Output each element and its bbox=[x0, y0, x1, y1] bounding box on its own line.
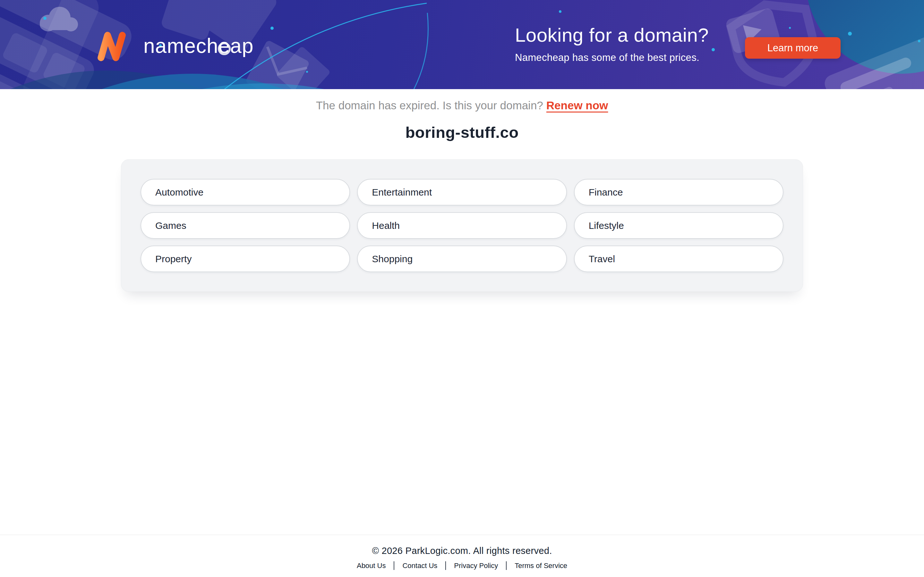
category-card: Automotive Entertainment Finance Games H… bbox=[121, 159, 803, 292]
category-pill-travel[interactable]: Travel bbox=[574, 245, 783, 272]
banner-headline: Looking for a domain? bbox=[515, 26, 709, 45]
expired-notice-text: The domain has expired. Is this your dom… bbox=[316, 99, 543, 111]
expired-notice: The domain has expired. Is this your dom… bbox=[0, 99, 924, 112]
footer-links: About Us Contact Us Privacy Policy Terms… bbox=[0, 561, 924, 570]
namecheap-n-icon bbox=[89, 31, 134, 62]
main-content: The domain has expired. Is this your dom… bbox=[0, 89, 924, 535]
category-pill-shopping[interactable]: Shopping bbox=[357, 245, 567, 272]
banner-subheadline: Namecheap has some of the best prices. bbox=[515, 52, 709, 63]
category-pill-games[interactable]: Games bbox=[141, 212, 350, 239]
promo-banner: namecheap Looking for a domain? Namechea… bbox=[0, 0, 924, 89]
footer-separator bbox=[445, 561, 446, 570]
category-pill-automotive[interactable]: Automotive bbox=[141, 179, 350, 205]
footer-link-terms-of-service[interactable]: Terms of Service bbox=[515, 562, 567, 570]
namecheap-logo[interactable]: namecheap bbox=[89, 31, 254, 62]
renew-now-link[interactable]: Renew now bbox=[546, 99, 608, 111]
category-pill-health[interactable]: Health bbox=[357, 212, 567, 239]
page-footer: © 2026 ParkLogic.com. All rights reserve… bbox=[0, 535, 924, 577]
footer-link-contact-us[interactable]: Contact Us bbox=[402, 562, 437, 570]
copyright-text: © 2026 ParkLogic.com. All rights reserve… bbox=[0, 546, 924, 556]
footer-separator bbox=[506, 561, 507, 570]
learn-more-button[interactable]: Learn more bbox=[745, 37, 841, 59]
banner-text-block: Looking for a domain? Namecheap has some… bbox=[515, 26, 709, 63]
footer-separator bbox=[394, 561, 394, 570]
footer-link-about-us[interactable]: About Us bbox=[357, 562, 386, 570]
footer-link-privacy-policy[interactable]: Privacy Policy bbox=[454, 562, 498, 570]
category-pill-entertainment[interactable]: Entertainment bbox=[357, 179, 567, 205]
category-pill-lifestyle[interactable]: Lifestyle bbox=[574, 212, 783, 239]
category-pill-finance[interactable]: Finance bbox=[574, 179, 783, 205]
category-pill-property[interactable]: Property bbox=[141, 245, 350, 272]
domain-name-title: boring-stuff.co bbox=[0, 123, 924, 141]
brand-wordmark: namecheap bbox=[144, 35, 254, 56]
category-grid: Automotive Entertainment Finance Games H… bbox=[141, 179, 783, 272]
